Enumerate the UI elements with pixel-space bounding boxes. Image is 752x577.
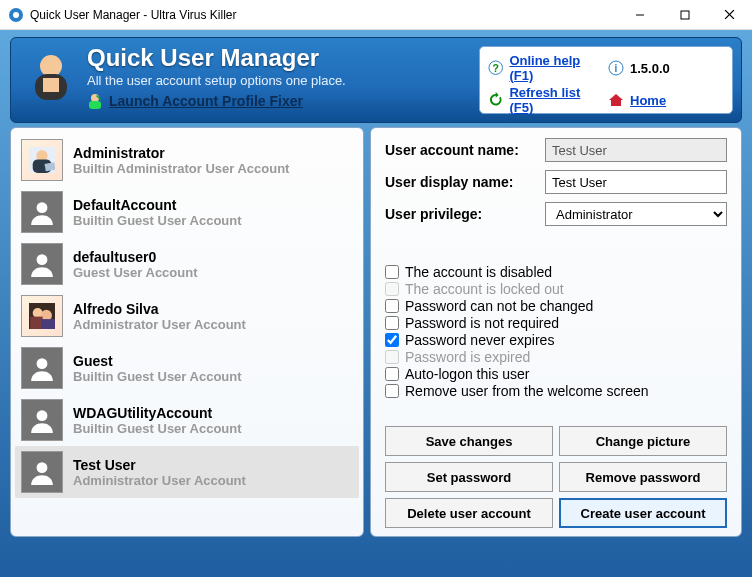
- user-type-label: Builtin Guest User Account: [73, 213, 242, 228]
- display-name-label: User display name:: [385, 174, 535, 190]
- user-row[interactable]: GuestBuiltin Guest User Account: [15, 342, 359, 394]
- set-password-button[interactable]: Set password: [385, 462, 553, 492]
- svg-rect-10: [89, 101, 101, 109]
- version-label: 1.5.0.0: [630, 61, 670, 76]
- close-button[interactable]: [707, 0, 752, 30]
- svg-point-1: [13, 12, 19, 18]
- header-subtitle: All the user account setup options one p…: [87, 73, 346, 88]
- chk-account-disabled-label: The account is disabled: [405, 264, 552, 280]
- user-name-label: defaultuser0: [73, 249, 198, 265]
- chk-pw-never[interactable]: [385, 333, 399, 347]
- privilege-label: User privilege:: [385, 206, 535, 222]
- chk-remove-welcome-label: Remove user from the welcome screen: [405, 383, 649, 399]
- home-link[interactable]: Home: [630, 93, 666, 108]
- online-help-link[interactable]: Online help (F1): [509, 53, 604, 83]
- account-name-label: User account name:: [385, 142, 535, 158]
- user-avatar-icon: [21, 139, 63, 181]
- svg-point-27: [37, 410, 48, 421]
- help-icon: ?: [488, 60, 503, 76]
- chk-pw-notreq[interactable]: [385, 316, 399, 330]
- user-name-label: Alfredo Silva: [73, 301, 246, 317]
- user-avatar-icon: [21, 243, 63, 285]
- delete-user-button[interactable]: Delete user account: [385, 498, 553, 528]
- user-row[interactable]: WDAGUtilityAccountBuiltin Guest User Acc…: [15, 394, 359, 446]
- user-avatar-icon: [21, 451, 63, 493]
- user-type-label: Administrator User Account: [73, 317, 246, 332]
- user-name-label: Test User: [73, 457, 246, 473]
- chk-remove-welcome[interactable]: [385, 384, 399, 398]
- svg-point-26: [37, 358, 48, 369]
- user-name-label: Administrator: [73, 145, 289, 161]
- svg-point-28: [37, 462, 48, 473]
- user-type-label: Builtin Guest User Account: [73, 369, 242, 384]
- home-icon: [608, 92, 624, 108]
- chk-pw-notreq-label: Password is not required: [405, 315, 559, 331]
- save-button[interactable]: Save changes: [385, 426, 553, 456]
- svg-point-20: [37, 254, 48, 265]
- refresh-icon: [488, 92, 503, 108]
- user-list: AdministratorBuiltin Administrator User …: [10, 127, 364, 537]
- chk-autologon-label: Auto-logon this user: [405, 366, 530, 382]
- user-type-label: Builtin Administrator User Account: [73, 161, 289, 176]
- chk-pw-nochange-label: Password can not be changed: [405, 298, 593, 314]
- change-picture-button[interactable]: Change picture: [559, 426, 727, 456]
- maximize-button[interactable]: [662, 0, 707, 30]
- user-row[interactable]: AdministratorBuiltin Administrator User …: [15, 134, 359, 186]
- header-avatar-icon: [25, 48, 77, 100]
- fixer-icon: [87, 93, 103, 109]
- svg-text:i: i: [615, 63, 618, 74]
- svg-rect-25: [41, 319, 55, 329]
- svg-text:?: ?: [492, 62, 498, 74]
- refresh-list-link[interactable]: Refresh list (F5): [509, 85, 604, 115]
- app-icon: [8, 7, 24, 23]
- user-avatar-icon: [21, 399, 63, 441]
- svg-point-9: [91, 94, 99, 102]
- chk-account-locked: [385, 282, 399, 296]
- user-avatar-icon: [21, 347, 63, 389]
- user-name-label: Guest: [73, 353, 242, 369]
- info-icon: i: [608, 60, 624, 76]
- minimize-button[interactable]: [617, 0, 662, 30]
- privilege-select[interactable]: Administrator: [545, 202, 727, 226]
- user-type-label: Administrator User Account: [73, 473, 246, 488]
- display-name-input[interactable]: [545, 170, 727, 194]
- titlebar: Quick User Manager - Ultra Virus Killer: [0, 0, 752, 30]
- user-type-label: Guest User Account: [73, 265, 198, 280]
- header-title: Quick User Manager: [87, 44, 346, 72]
- user-row[interactable]: DefaultAccountBuiltin Guest User Account: [15, 186, 359, 238]
- svg-rect-24: [30, 317, 42, 329]
- user-details-panel: User account name: User display name: Us…: [370, 127, 742, 537]
- chk-pw-expired: [385, 350, 399, 364]
- svg-rect-3: [681, 11, 689, 19]
- chk-account-disabled[interactable]: [385, 265, 399, 279]
- user-row[interactable]: Alfredo SilvaAdministrator User Account: [15, 290, 359, 342]
- remove-password-button[interactable]: Remove password: [559, 462, 727, 492]
- user-name-label: WDAGUtilityAccount: [73, 405, 242, 421]
- svg-point-19: [37, 202, 48, 213]
- user-row[interactable]: Test UserAdministrator User Account: [15, 446, 359, 498]
- user-avatar-icon: [21, 295, 63, 337]
- chk-pw-nochange[interactable]: [385, 299, 399, 313]
- account-name-input[interactable]: [545, 138, 727, 162]
- svg-point-6: [40, 55, 62, 77]
- user-type-label: Builtin Guest User Account: [73, 421, 242, 436]
- user-name-label: DefaultAccount: [73, 197, 242, 213]
- chk-account-locked-label: The account is locked out: [405, 281, 564, 297]
- window-title: Quick User Manager - Ultra Virus Killer: [30, 8, 617, 22]
- launch-profile-fixer-link[interactable]: Launch Account Profile Fixer: [109, 93, 303, 109]
- header-panel: ? Online help (F1) i 1.5.0.0 Refresh lis…: [479, 46, 733, 114]
- chk-pw-expired-label: Password is expired: [405, 349, 530, 365]
- chk-pw-never-label: Password never expires: [405, 332, 554, 348]
- user-avatar-icon: [21, 191, 63, 233]
- svg-rect-8: [43, 78, 59, 92]
- chk-autologon[interactable]: [385, 367, 399, 381]
- user-row[interactable]: defaultuser0Guest User Account: [15, 238, 359, 290]
- create-user-button[interactable]: Create user account: [559, 498, 727, 528]
- header: Quick User Manager All the user account …: [10, 37, 742, 123]
